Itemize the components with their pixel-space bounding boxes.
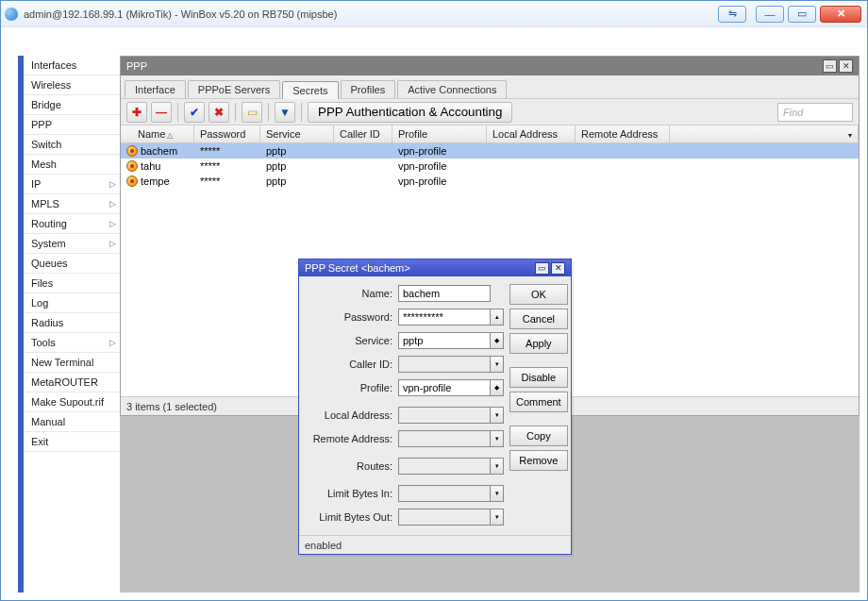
ppp-auth-button[interactable]: PPP Authentication & Accounting [308,102,512,123]
table-row[interactable]: bachem*****pptpvpn-profile [121,143,859,159]
label-password: Password: [299,311,398,323]
secret-icon [126,160,138,172]
sidebar-item-interfaces[interactable]: Interfaces [24,56,120,75]
password-input[interactable]: ********** [398,309,491,326]
tab-secrets[interactable]: Secrets [282,81,338,99]
label-profile: Profile: [299,382,398,393]
lbi-toggle[interactable]: ▾ [491,485,504,502]
routes-input[interactable] [398,458,491,475]
sidebar-item-routing[interactable]: Routing▷ [24,214,120,234]
undock-button[interactable]: ⇋ [718,6,746,23]
local-address-input[interactable] [398,407,491,424]
grid-header[interactable]: Name△ Password Service Caller ID Profile… [121,125,859,143]
app-logo-icon [5,8,18,21]
dialog-titlebar[interactable]: PPP Secret <bachem> ▭ ✕ [299,259,571,276]
col-name[interactable]: Name△ [121,125,194,142]
table-row[interactable]: tahu*****pptpvpn-profile [121,159,859,174]
comment-button[interactable]: Comment [509,392,568,412]
limit-bytes-in-input[interactable] [398,485,491,502]
find-input[interactable]: Find [777,103,853,122]
sidebar-item-metarouter[interactable]: MetaROUTER [24,373,120,392]
sidebar-item-switch[interactable]: Switch [24,135,120,155]
sidebar-item-queues[interactable]: Queues [24,254,120,274]
col-local-address[interactable]: Local Address [487,125,576,142]
profile-dropdown-icon[interactable]: ◆ [491,379,504,396]
tab-profiles[interactable]: Profiles [341,80,396,98]
dialog-restore-button[interactable]: ▭ [535,262,549,275]
sidebar-item-files[interactable]: Files [24,274,120,293]
caller-toggle[interactable]: ▾ [491,356,504,373]
remove-button[interactable]: — [151,102,172,123]
col-password[interactable]: Password [194,125,260,142]
minimize-button[interactable]: — [756,6,784,23]
sidebar-item-manual[interactable]: Manual [24,412,120,432]
col-caller-id[interactable]: Caller ID [334,125,392,142]
chevron-right-icon: ▷ [109,175,116,194]
sidebar-item-radius[interactable]: Radius [24,313,120,333]
ppp-restore-button[interactable]: ▭ [823,59,837,73]
sidebar-item-new-terminal[interactable]: New Terminal [24,353,120,373]
sidebar-item-tools[interactable]: Tools▷ [24,333,120,353]
caller-id-input[interactable] [398,356,491,373]
chevron-right-icon: ▷ [109,333,116,353]
chevron-right-icon: ▷ [109,234,116,254]
sidebar: InterfacesWirelessBridgePPPSwitchMeshIP▷… [24,56,120,452]
tab-interface[interactable]: Interface [125,80,186,98]
dialog-status: enabled [299,535,571,554]
disable-button[interactable]: Disable [509,367,568,388]
sidebar-item-make-supout.rif[interactable]: Make Supout.rif [24,392,120,412]
close-button[interactable]: ✕ [820,6,861,23]
col-service[interactable]: Service [260,125,334,142]
ok-button[interactable]: OK [509,284,568,305]
ppp-close-button[interactable]: ✕ [839,59,853,73]
ppp-tabs: InterfacePPPoE ServersSecretsProfilesAct… [121,75,859,98]
chevron-right-icon: ▷ [109,194,116,214]
comment-button[interactable]: ▭ [242,102,262,123]
sidebar-item-log[interactable]: Log [24,293,120,313]
remote-address-toggle[interactable]: ▾ [491,430,504,447]
sidebar-item-wireless[interactable]: Wireless [24,75,120,95]
remove-button[interactable]: Remove [509,450,568,471]
col-more[interactable]: ▾ [670,125,859,142]
label-caller-id: Caller ID: [299,359,398,370]
password-toggle[interactable]: ▴ [491,309,504,326]
sidebar-item-ppp[interactable]: PPP [24,115,120,135]
divider [177,103,178,122]
cancel-button[interactable]: Cancel [509,309,568,329]
col-remote-address[interactable]: Remote Address [576,125,670,142]
profile-select[interactable]: vpn-profile [398,379,491,396]
routes-toggle[interactable]: ▾ [491,458,504,475]
add-button[interactable]: ✚ [126,102,147,123]
secret-icon [126,145,138,157]
sidebar-item-exit[interactable]: Exit [24,432,120,452]
remote-address-input[interactable] [398,430,491,447]
app-window: admin@192.168.99.1 (MikroTik) - WinBox v… [0,0,868,601]
tab-active-connections[interactable]: Active Connections [397,80,507,98]
sidebar-item-mpls[interactable]: MPLS▷ [24,194,120,214]
ppp-titlebar[interactable]: PPP ▭ ✕ [121,57,859,75]
sidebar-item-bridge[interactable]: Bridge [24,95,120,115]
maximize-button[interactable]: ▭ [788,6,816,23]
divider [301,103,302,122]
copy-button[interactable]: Copy [509,426,568,446]
limit-bytes-out-input[interactable] [398,509,491,526]
tab-pppoe-servers[interactable]: PPPoE Servers [188,80,280,98]
local-address-toggle[interactable]: ▾ [491,407,504,424]
secret-dialog[interactable]: PPP Secret <bachem> ▭ ✕ Name:bachem Pass… [298,259,572,555]
disable-button[interactable]: ✖ [209,102,229,123]
sidebar-item-mesh[interactable]: Mesh [24,155,120,175]
divider [235,103,236,122]
table-row[interactable]: tempe*****pptpvpn-profile [121,174,859,189]
sidebar-item-system[interactable]: System▷ [24,234,120,254]
service-dropdown-icon[interactable]: ◆ [491,332,504,349]
name-input[interactable]: bachem [398,285,491,302]
filter-button[interactable]: ▼ [275,102,295,123]
apply-button[interactable]: Apply [509,333,568,354]
col-profile[interactable]: Profile [392,125,487,142]
enable-button[interactable]: ✔ [184,102,205,123]
label-service: Service: [299,335,398,346]
sidebar-item-ip[interactable]: IP▷ [24,175,120,194]
lbo-toggle[interactable]: ▾ [491,509,504,526]
dialog-close-button[interactable]: ✕ [551,262,565,275]
service-select[interactable]: pptp [398,332,491,349]
